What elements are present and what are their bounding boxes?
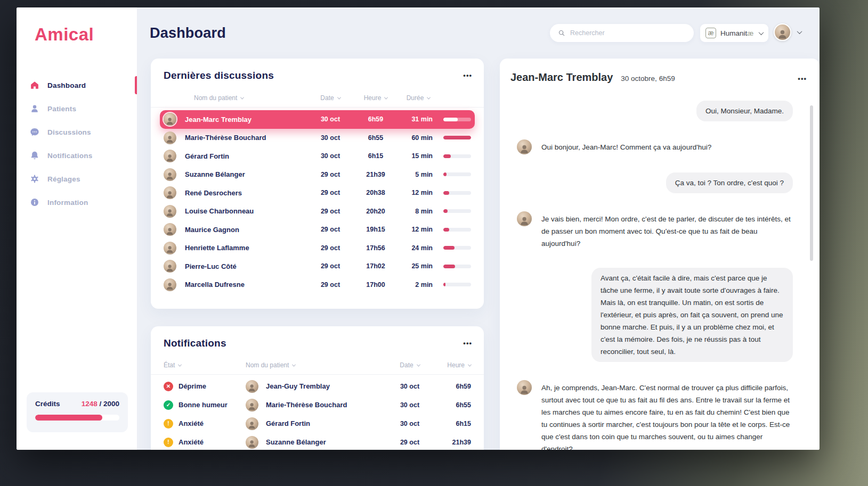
sidebar-item[interactable]: Réglages [17,167,137,191]
sort-by-time[interactable]: Heure [447,361,471,369]
discussion-row[interactable]: Gérard Fortin 30 oct 6h15 15 min [160,147,475,166]
credits-used: 1248 [82,400,98,408]
patient-avatar [164,186,176,199]
notification-time: 21h39 [452,439,471,446]
language-selector[interactable]: æ Humanitæ [700,24,768,42]
notifications-menu-button[interactable]: ••• [463,341,472,346]
discussion-row[interactable]: Pierre-Luc Côté 29 oct 17h02 25 min [160,257,475,276]
notification-date: 29 oct [400,439,419,446]
discussion-date: 29 oct [321,208,340,215]
nav-icon [30,80,39,90]
discussion-row[interactable]: Suzanne Bélanger 29 oct 21h39 5 min [160,166,475,184]
duration-bar-fill [443,265,455,268]
sidebar-nav: Dashboard Patients Discussions Notificat… [17,73,137,214]
chat-scrollbar[interactable] [810,105,813,261]
discussions-menu-button[interactable]: ••• [463,73,472,78]
sort-by-status[interactable]: État [164,361,246,369]
notification-label: Anxiété [179,419,246,427]
chat-message: Je vais bien, merci! Mon ordre, c'est de… [517,211,793,250]
discussion-time: 6h55 [368,134,384,142]
user-menu[interactable] [774,23,801,41]
chat-message: Ah, je comprends, Jean-Marc. C'est norma… [517,380,793,450]
discussion-row[interactable]: Henriette Laflamme 29 oct 17h56 24 min [160,239,475,258]
duration-bar-fill [443,209,448,213]
chat-panel: Jean-Marc Tremblay 30 octobre, 6h59 ••• … [500,59,820,450]
chevron-down-icon [468,363,472,366]
discussion-time: 17h00 [366,281,385,289]
chat-menu-button[interactable]: ••• [798,76,807,81]
search-bar[interactable] [550,24,694,42]
patient-name: René Desrochers [185,189,309,197]
patient-avatar [164,131,176,144]
notification-row[interactable]: ! Anxiété Gérard Fortin 30 oct 6h15 [151,414,484,433]
discussions-panel: Dernières discussions ••• Nom du patient… [151,59,484,309]
duration-bar-track [443,246,471,250]
chat-datetime: 30 octobre, 6h59 [621,75,675,83]
sort-by-name[interactable]: Nom du patient [194,94,309,102]
chevron-down-icon [292,363,296,366]
notification-label: Bonne humeur [179,401,246,409]
chat-patient-name: Jean-Marc Tremblay [510,71,613,84]
discussion-row[interactable]: Marcella Dufresne 29 oct 17h00 2 min [160,276,475,294]
notifications-title: Notifications [164,337,226,349]
patient-name: Marie-Thérèse Bouchard [266,401,386,409]
notification-row[interactable]: ✓ Bonne humeur Marie-Thérèse Bouchard 30… [151,396,484,414]
discussion-date: 29 oct [321,262,340,270]
sort-by-duration[interactable]: Durée [407,94,431,102]
duration-bar-track [443,136,471,139]
duration-bar-track [443,118,471,121]
search-icon [558,29,565,37]
duration-bar-track [443,172,471,176]
sort-by-date[interactable]: Date [320,94,340,102]
nav-icon [30,197,39,207]
sidebar-item[interactable]: Information [17,191,137,214]
sort-by-name[interactable]: Nom du patient [246,361,386,369]
divider [151,107,484,108]
sidebar-item[interactable]: Patients [17,97,137,120]
ae-badge-icon: æ [705,28,716,38]
patient-avatar [164,150,176,162]
discussion-time: 17h56 [366,244,385,252]
duration-bar-track [443,283,471,286]
language-label: Humanitæ [720,29,753,37]
assistant-avatar [517,211,532,226]
discussion-duration: 12 min [411,189,437,196]
sidebar-item-label: Dashboard [47,81,86,89]
message-text: Ah, je comprends, Jean-Marc. C'est norma… [541,380,793,450]
discussion-time: 6h59 [368,116,384,123]
discussion-row[interactable]: Jean-Marc Tremblay 30 oct 6h59 31 min [160,110,475,129]
patient-avatar [164,223,176,236]
discussion-row[interactable]: René Desrochers 29 oct 20h38 12 min [160,184,475,202]
patient-avatar [164,113,176,126]
status-icon: ✓ [164,400,173,410]
nav-icon [30,174,39,184]
patient-avatar [164,260,176,273]
search-input[interactable] [570,29,686,37]
chat-message: Oui bonjour, Jean-Marc! Comment ça va au… [517,139,793,154]
discussion-date: 29 oct [321,244,340,252]
patient-name: Jean-Guy Tremblay [266,382,386,390]
chevron-down-icon [427,95,431,99]
discussion-time: 20h38 [366,189,385,196]
discussion-date: 29 oct [321,281,340,289]
chat-header: Jean-Marc Tremblay 30 octobre, 6h59 ••• [500,59,820,84]
duration-bar-track [443,154,471,158]
status-icon: ! [164,438,173,447]
sort-by-time[interactable]: Heure [364,94,388,102]
notification-row[interactable]: ✕ Déprime Jean-Guy Tremblay 30 oct 6h59 [151,377,484,396]
duration-bar-track [443,265,471,268]
discussion-duration: 25 min [411,262,437,270]
chevron-down-icon [240,95,244,99]
discussion-row[interactable]: Louise Charbonneau 29 oct 20h20 8 min [160,202,475,221]
patient-name: Gérard Fortin [266,419,386,427]
notification-row[interactable]: ! Anxiété Suzanne Bélanger 29 oct 21h39 [151,433,484,450]
sidebar-item[interactable]: Dashboard [17,73,137,97]
discussion-row[interactable]: Maurice Gagnon 29 oct 19h15 12 min [160,220,475,239]
sidebar-item[interactable]: Notifications [17,144,137,167]
status-icon: ! [164,419,173,429]
discussion-row[interactable]: Marie-Thérèse Bouchard 30 oct 6h55 60 mi… [160,129,475,147]
duration-bar-fill [443,283,445,286]
sort-by-date[interactable]: Date [400,361,419,369]
sidebar-item[interactable]: Discussions [17,120,137,144]
notification-time: 6h15 [456,420,472,427]
